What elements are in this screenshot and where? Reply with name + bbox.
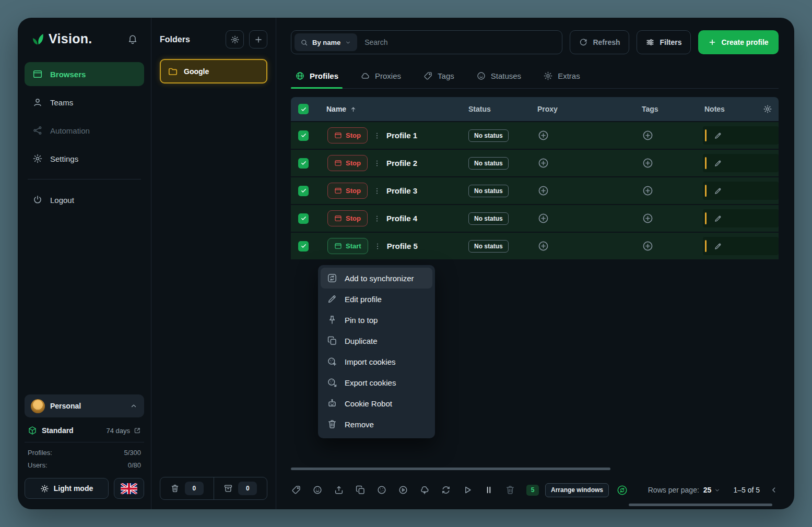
menu-item-export-cookies[interactable]: Export cookies <box>321 372 432 393</box>
stop-profile-button[interactable]: Stop <box>327 155 368 171</box>
table-settings-gear-icon[interactable] <box>763 104 779 114</box>
light-mode-button[interactable]: Light mode <box>25 478 109 499</box>
row-checkbox[interactable] <box>298 213 309 224</box>
add-folder-button[interactable] <box>249 30 267 49</box>
synchronizer-toggle-icon[interactable] <box>616 484 628 496</box>
menu-item-import-cookies[interactable]: Import cookies <box>321 351 432 372</box>
select-all-checkbox[interactable] <box>298 104 309 114</box>
row-menu-kebab-icon[interactable] <box>373 213 381 224</box>
automation-nodes-icon <box>32 125 43 136</box>
profile-name[interactable]: Profile 4 <box>386 214 417 223</box>
bulk-cookies-icon[interactable] <box>376 485 387 495</box>
previous-page-chevron-icon[interactable] <box>769 485 779 495</box>
menu-item-cookie-robot[interactable]: Cookie Robot <box>321 393 432 414</box>
stop-profile-button[interactable]: Stop <box>327 183 368 199</box>
status-badge[interactable]: No status <box>468 129 509 142</box>
row-checkbox[interactable] <box>298 186 309 196</box>
column-header-name[interactable]: Name <box>316 105 462 113</box>
bulk-pause-icon[interactable] <box>484 485 494 495</box>
horizontal-scrollbar[interactable] <box>291 468 610 470</box>
row-menu-kebab-icon[interactable] <box>373 130 381 141</box>
sidebar-item-browsers[interactable]: Browsers <box>25 62 144 86</box>
note-editor[interactable] <box>703 182 779 200</box>
add-tag-icon[interactable] <box>642 240 654 252</box>
note-editor[interactable] <box>703 237 779 255</box>
tab-tags[interactable]: Tags <box>422 65 455 88</box>
profile-name[interactable]: Profile 1 <box>386 131 417 140</box>
row-checkbox[interactable] <box>298 158 309 169</box>
bulk-delete-icon[interactable] <box>505 485 515 495</box>
row-checkbox[interactable] <box>298 241 309 251</box>
start-profile-button[interactable]: Start <box>327 238 368 254</box>
folders-settings-button[interactable] <box>226 30 244 49</box>
bulk-transfer-icon[interactable] <box>441 485 451 495</box>
menu-item-edit-profile[interactable]: Edit profile <box>321 289 432 309</box>
arrange-windows-button[interactable]: Arrange windows <box>545 483 609 497</box>
tab-extras[interactable]: Extras <box>542 65 581 88</box>
bulk-tag-icon[interactable] <box>291 485 301 495</box>
tab-profiles[interactable]: Profiles <box>294 65 339 88</box>
note-editor[interactable] <box>703 209 779 227</box>
stop-profile-button[interactable]: Stop <box>327 127 368 143</box>
cloud-icon <box>360 71 370 81</box>
menu-item-add-to-synchronizer[interactable]: Add to synchronizer <box>321 268 432 289</box>
profile-name[interactable]: Profile 3 <box>386 186 417 195</box>
horizontal-scrollbar-right[interactable] <box>629 504 772 506</box>
status-badge[interactable]: No status <box>468 157 509 170</box>
row-menu-kebab-icon[interactable] <box>373 158 381 169</box>
notifications-bell-icon[interactable] <box>127 34 138 44</box>
sidebar-item-automation[interactable]: Automation <box>25 118 144 142</box>
bulk-duplicate-icon[interactable] <box>355 485 366 495</box>
status-badge[interactable]: No status <box>468 185 509 197</box>
refresh-button[interactable]: Refresh <box>570 30 629 54</box>
note-editor[interactable] <box>703 154 779 172</box>
add-proxy-icon[interactable] <box>537 157 549 169</box>
status-badge[interactable]: No status <box>468 212 509 225</box>
profile-name[interactable]: Profile 2 <box>386 159 417 167</box>
account-selector[interactable]: Personal <box>25 394 144 417</box>
add-tag-icon[interactable] <box>642 212 654 224</box>
add-proxy-icon[interactable] <box>537 240 549 252</box>
row-menu-kebab-icon[interactable] <box>373 241 382 251</box>
sidebar-item-teams[interactable]: Teams <box>25 90 144 114</box>
bulk-export-icon[interactable] <box>334 485 344 495</box>
row-menu-kebab-icon[interactable] <box>373 186 381 196</box>
language-flag-button[interactable] <box>114 478 144 499</box>
folder-item-google[interactable]: Google <box>160 59 267 83</box>
add-proxy-icon[interactable] <box>537 129 549 141</box>
bulk-status-icon[interactable] <box>312 485 323 495</box>
browser-window-icon <box>334 187 342 195</box>
plan-expiry-link[interactable]: 74 days <box>106 427 141 435</box>
tab-statuses[interactable]: Statuses <box>475 65 522 88</box>
bulk-cookie-robot-icon[interactable] <box>398 485 408 495</box>
add-tag-icon[interactable] <box>642 129 654 141</box>
action-label: Stop <box>346 214 361 222</box>
sidebar-item-settings[interactable]: Settings <box>25 147 144 171</box>
sidebar-item-logout[interactable]: Logout <box>25 188 144 212</box>
add-tag-icon[interactable] <box>642 185 654 197</box>
menu-item-duplicate[interactable]: Duplicate <box>321 330 432 351</box>
profiles-usage-label: Profiles: <box>28 449 52 457</box>
menu-item-remove[interactable]: Remove <box>321 414 432 435</box>
tab-proxies[interactable]: Proxies <box>359 65 402 88</box>
search-input[interactable] <box>359 38 562 46</box>
create-profile-button[interactable]: Create profile <box>698 30 779 54</box>
note-editor[interactable] <box>703 126 779 145</box>
row-checkbox[interactable] <box>298 130 309 141</box>
bulk-cloud-sync-icon[interactable] <box>419 485 430 495</box>
plan-name: Standard <box>42 426 74 435</box>
add-proxy-icon[interactable] <box>537 212 549 224</box>
menu-item-pin-to-top[interactable]: Pin to top <box>321 309 432 330</box>
stop-profile-button[interactable]: Stop <box>327 210 368 226</box>
rows-per-page-select[interactable]: 25 <box>703 486 721 494</box>
bulk-start-icon[interactable] <box>462 485 473 495</box>
status-badge[interactable]: No status <box>468 240 509 253</box>
search-mode-select[interactable]: By name <box>295 33 357 51</box>
add-tag-icon[interactable] <box>642 157 654 169</box>
add-proxy-icon[interactable] <box>537 185 549 197</box>
profile-name[interactable]: Profile 5 <box>387 242 418 250</box>
filters-button[interactable]: Filters <box>637 30 691 54</box>
folders-archive-button[interactable]: 0 <box>214 477 267 499</box>
gear-icon <box>32 153 43 164</box>
folders-trash-button[interactable]: 0 <box>160 477 214 499</box>
